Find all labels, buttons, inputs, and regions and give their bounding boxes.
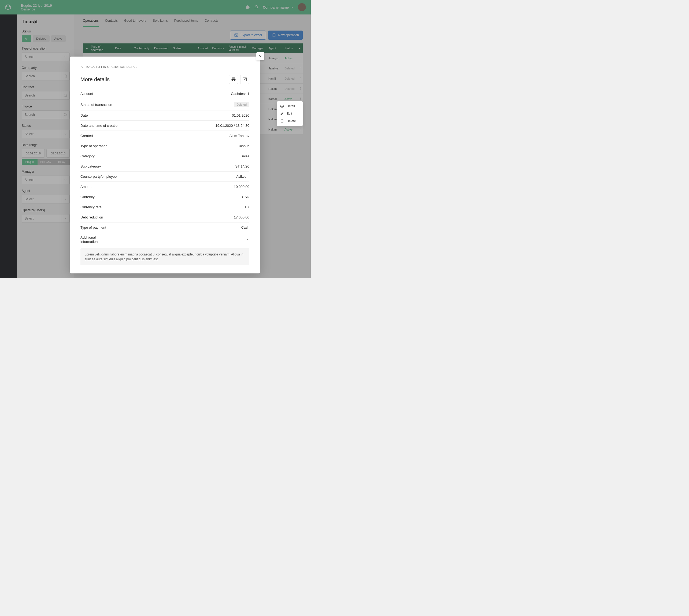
eye-icon [280, 104, 284, 108]
detail-row: Debt reduction17 000,00 [81, 212, 249, 222]
detail-row: AccountCashdesk 1 [81, 89, 249, 99]
additional-info-label: Additional information [81, 235, 98, 244]
detail-row: Date and time of creation19.01.2020 / 13… [81, 120, 249, 131]
detail-row: CurrencyUSD [81, 192, 249, 202]
back-link[interactable]: BACK TO FIN OPERATION DETAIL [81, 65, 249, 68]
details-modal: BACK TO FIN OPERATION DETAIL More detail… [70, 57, 260, 273]
detail-row: Type of operationCash in [81, 141, 249, 151]
pencil-icon [280, 112, 284, 115]
print-button[interactable] [229, 75, 238, 84]
detail-row: Amount10 000,00 [81, 182, 249, 192]
detail-row: Status of transactionDeleted [81, 99, 249, 110]
ctx-delete[interactable]: Delete [277, 117, 303, 125]
modal-title: More details [81, 76, 110, 83]
detail-row: CreatedAkim Tahirov [81, 131, 249, 141]
print-icon [231, 77, 236, 82]
detail-row: Date01.01.2020 [81, 110, 249, 120]
chevron-up-icon [245, 238, 249, 242]
detail-row: Currency rate1.7 [81, 202, 249, 212]
additional-info-note: Lorem velit cillum labore enim magna occ… [81, 248, 249, 265]
svg-point-6 [281, 106, 283, 107]
detail-row: Type of paymentCash [81, 222, 249, 233]
ctx-edit[interactable]: Edit [277, 110, 303, 117]
row-context-menu: Detail Edit Delete [277, 101, 303, 126]
close-button[interactable] [256, 52, 264, 60]
detail-row: Sub categoryST 14/20 [81, 161, 249, 172]
excel-icon [242, 77, 247, 82]
close-icon [258, 54, 262, 58]
detail-row: Counterparty/employeeAvikcom [81, 172, 249, 182]
additional-info-toggle[interactable]: Additional information [81, 233, 249, 247]
modal-excel-button[interactable] [240, 75, 249, 84]
trash-icon [280, 119, 284, 123]
chevron-left-icon [81, 65, 84, 68]
ctx-detail[interactable]: Detail [277, 103, 303, 110]
status-badge: Deleted [234, 102, 249, 107]
detail-row: CategorySales [81, 151, 249, 161]
